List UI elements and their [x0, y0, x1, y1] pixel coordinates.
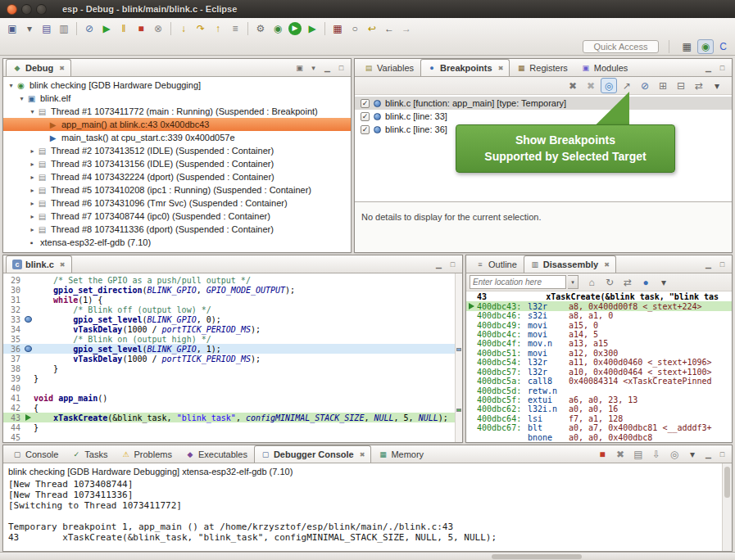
minimize-icon[interactable]: ▁	[702, 258, 715, 270]
build-icon[interactable]: ⚙	[252, 20, 269, 36]
forward-icon[interactable]: →	[398, 20, 415, 36]
overview-mark[interactable]	[456, 348, 461, 351]
breakpoint-row[interactable]: ✓blink.c [line: 33]	[355, 110, 732, 123]
line-number[interactable]: 30	[3, 286, 23, 295]
views-tab-modules[interactable]: ▣Modules	[574, 59, 635, 76]
location-combo-arrow[interactable]: ▾	[568, 275, 578, 289]
code-line[interactable]: 36 gpio_set_level(BLINK_GPIO, 1);	[3, 344, 455, 354]
line-number[interactable]: 44	[3, 423, 23, 432]
line-number[interactable]: 31	[3, 296, 23, 305]
breakpoint-row[interactable]: ✓blink.c [function: app_main] [type: Tem…	[355, 97, 732, 110]
tree-row[interactable]: ▸▤Thread #3 1073413156 (IDLE) (Suspended…	[3, 157, 351, 170]
tree-row[interactable]: ▸▤Thread #6 1073431096 (Tmr Svc) (Suspen…	[3, 196, 351, 210]
home-icon[interactable]: ⌂	[583, 274, 600, 290]
disassembly-line[interactable]: 400dbc4c:movia14, 5	[466, 330, 732, 339]
overview-ruler[interactable]	[455, 273, 462, 442]
console-tab-console[interactable]: ▢Console	[6, 445, 65, 463]
tree-row[interactable]: ▶main_task() at cpu_start.c:339 0x400d05…	[3, 131, 351, 144]
maximize-icon[interactable]: □	[716, 448, 728, 460]
disassembly-line[interactable]: 400dbc5f:extuia6, a0, 23, 13	[466, 395, 732, 404]
step-return-icon[interactable]: ↑	[210, 20, 226, 36]
line-number[interactable]: 43	[3, 413, 23, 422]
remove-breakpoint-icon[interactable]: ✖	[565, 78, 581, 93]
selected-stack-frame[interactable]: ▶app_main() at blink.c:43 0x400dbc43	[3, 118, 351, 131]
disassembly-line[interactable]: 400dbc54:l32ra11, 0x400d0460 <_stext+109…	[466, 358, 732, 367]
tree-collapsed-arrow[interactable]: ▸	[28, 200, 37, 207]
disconnect-icon[interactable]: ⊗	[150, 20, 166, 36]
code-line[interactable]: 31 while(1) {	[3, 295, 455, 305]
minimize-icon[interactable]: ▁	[702, 61, 715, 74]
view-menu-icon[interactable]: ▾	[307, 61, 320, 74]
close-tab-icon[interactable]: ✖	[59, 65, 65, 72]
disassembly-line[interactable]: 400dbc4f:mov.na13, a15	[466, 339, 732, 348]
expand-all-icon[interactable]: ⊞	[655, 78, 671, 93]
suspend-icon[interactable]: ‖	[116, 20, 132, 36]
code-line[interactable]: 30 gpio_set_direction(BLINK_GPIO, GPIO_M…	[3, 285, 455, 295]
window-minimize-button[interactable]	[21, 4, 32, 15]
disasm-tab-outline[interactable]: ≡Outline	[469, 255, 524, 273]
breakpoint-checkbox[interactable]: ✓	[361, 125, 370, 134]
line-number[interactable]: 35	[3, 335, 23, 344]
clear-console-icon[interactable]: ▤	[630, 446, 647, 462]
window-close-button[interactable]	[7, 4, 17, 15]
console-tab-tasks[interactable]: ✓Tasks	[65, 445, 114, 463]
show-breakpoints-for-target-icon[interactable]: ◎	[601, 78, 617, 93]
line-number[interactable]: 32	[3, 305, 23, 314]
tree-expanded-arrow[interactable]: ▾	[17, 95, 26, 102]
code-line[interactable]: 29 /* Set the GPIO as a push/pull output…	[3, 275, 455, 285]
instruction-stepping-icon[interactable]: ≡	[227, 20, 243, 36]
step-into-icon[interactable]: ↓	[175, 20, 192, 36]
tree-expanded-arrow[interactable]: ▾	[7, 82, 16, 89]
tree-row[interactable]: ▸▤Thread #5 1073410208 (ipc1 : Running) …	[3, 183, 351, 196]
maximize-icon[interactable]: □	[447, 258, 459, 270]
tree-collapsed-arrow[interactable]: ▸	[28, 213, 37, 220]
views-tab-breakpoints[interactable]: ●Breakpoints✖	[420, 59, 510, 76]
pin-console-icon[interactable]: ◎	[666, 446, 683, 462]
line-number[interactable]: 33	[3, 315, 23, 324]
remove-launch-icon[interactable]: ✖	[612, 446, 628, 462]
code-line[interactable]: 40	[3, 383, 455, 393]
disassembly-line[interactable]: 400dbc49:movia15, 0	[466, 320, 732, 329]
close-tab-icon[interactable]: ✖	[60, 261, 66, 269]
disassembly-line[interactable]: 43 xTaskCreate(&blink_task, "blink_tas	[466, 292, 732, 301]
line-number[interactable]: 37	[3, 355, 23, 364]
disassembly-listing[interactable]: 43 xTaskCreate(&blink_task, "blink_tas40…	[466, 291, 732, 442]
console-output[interactable]: blink checking [GDB Hardware Debugging] …	[3, 463, 722, 551]
tree-row[interactable]: ▸▤Thread #8 1073411336 (dport) (Suspende…	[3, 223, 351, 236]
tree-row[interactable]: ▾▣blink.elf	[3, 92, 351, 105]
code-line[interactable]: 32 /* Blink off (output low) */	[3, 305, 455, 314]
line-number[interactable]: 45	[3, 433, 23, 442]
disassembly-line[interactable]: 400dbc67:blta0, a7, 0x400dbc81 <__adddf3…	[466, 423, 732, 432]
code-line[interactable]: 38 }	[3, 364, 455, 373]
tree-row[interactable]: ▸▤Thread #2 1073413512 (IDLE) (Suspended…	[3, 144, 351, 157]
console-tab-debugger-console[interactable]: ▢Debugger Console✖	[254, 445, 372, 463]
code-line[interactable]: 45	[3, 432, 455, 442]
maximize-icon[interactable]: □	[716, 61, 728, 74]
back-icon[interactable]: ←	[381, 20, 397, 36]
overview-mark[interactable]	[456, 409, 461, 412]
terminate-icon[interactable]: ■	[133, 20, 149, 36]
code-editor[interactable]: 29 /* Set the GPIO as a push/pull output…	[3, 273, 455, 442]
minimize-icon[interactable]: ▁	[433, 258, 445, 270]
last-edit-location-icon[interactable]: ↩	[364, 20, 380, 36]
disassembly-line[interactable]: bnonea0, a0, 0x400dbc8	[466, 433, 732, 442]
line-number[interactable]: 42	[3, 404, 23, 413]
breakpoint-marker-icon[interactable]	[23, 345, 34, 352]
tree-row[interactable]: ▾◉blink checking [GDB Hardware Debugging…	[3, 79, 351, 92]
disassembly-line[interactable]: 400dbc46:s32ia8, a1, 0	[466, 311, 732, 320]
line-number[interactable]: 29	[3, 276, 23, 285]
close-tab-icon[interactable]: ✖	[498, 65, 504, 72]
maximize-icon[interactable]: □	[716, 258, 728, 270]
disassembly-line[interactable]: 400dbc51:movia12, 0x300	[466, 349, 732, 358]
cpp-perspective-button[interactable]: C	[716, 39, 730, 54]
line-number[interactable]: 39	[3, 374, 23, 383]
open-perspective-icon[interactable]: ▦	[679, 39, 695, 54]
toggle-breakpoint-icon[interactable]: ●	[637, 274, 654, 290]
debug-tab-debug[interactable]: ◆Debug✖	[6, 59, 71, 76]
minimize-icon[interactable]: ▁	[321, 61, 333, 74]
views-tab-variables[interactable]: ▤Variables	[357, 59, 420, 76]
line-number[interactable]: 38	[3, 364, 23, 373]
skip-all-breakpoints-icon[interactable]: ⊘	[637, 78, 653, 93]
breakpoints-view-menu-arrow[interactable]: ▾	[709, 78, 725, 93]
maximize-icon[interactable]: □	[335, 61, 347, 74]
